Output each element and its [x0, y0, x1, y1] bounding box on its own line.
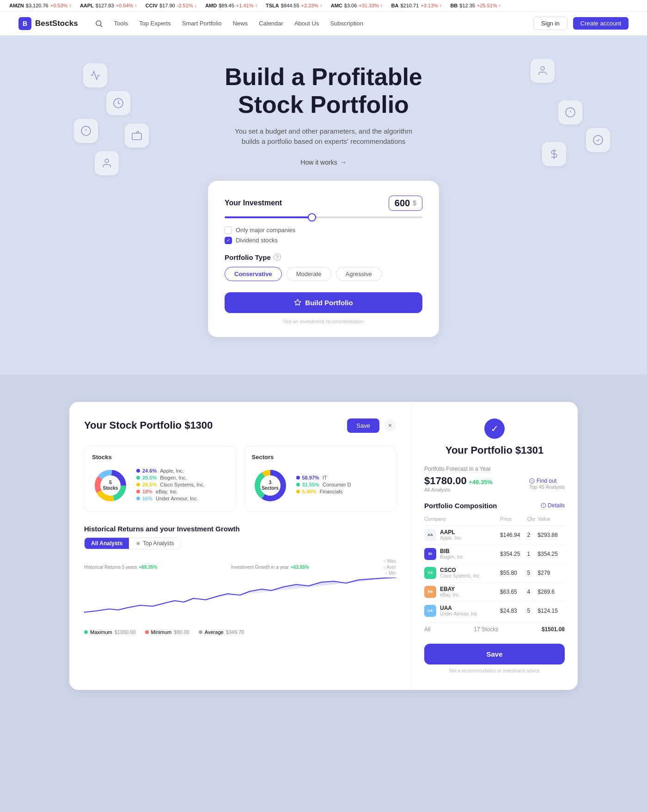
- slider-container[interactable]: [225, 216, 422, 218]
- create-account-button[interactable]: Create account: [573, 17, 629, 30]
- arrow-right-icon: →: [340, 159, 347, 166]
- composition-title: Portfolio Composition: [424, 502, 497, 510]
- ticker-price: $17.90: [159, 3, 175, 8]
- investment-value-box[interactable]: 600 $: [389, 196, 422, 211]
- company-sym: EBAY: [440, 586, 460, 592]
- company-value: $354.25: [538, 544, 565, 563]
- nav-left: B BestStocks Tools Top Experts Smart Por…: [18, 17, 363, 30]
- nav-links: Tools Top Experts Smart Portfolio News C…: [95, 19, 363, 28]
- company-value: $269.6: [538, 582, 565, 601]
- hero-subtitle: You set a budget and other parameters, a…: [226, 126, 421, 147]
- footer-total: $1501.08: [542, 626, 565, 633]
- build-portfolio-button[interactable]: Build Portfolio: [225, 292, 422, 313]
- composition-table: Company Price Qty Value AA AAPL Apple, I…: [424, 516, 565, 620]
- checkbox-dividend[interactable]: ✓: [225, 237, 232, 244]
- type-conservative-button[interactable]: Conservative: [225, 267, 282, 281]
- svg-marker-14: [295, 299, 301, 305]
- save-button-left[interactable]: Save: [347, 418, 379, 433]
- ticker-item: CCIV $17.90 -2.51% ↓: [146, 3, 197, 8]
- stocks-legend: 24.6%Apple, Inc. 20.5%Biogen, Inc. 20.5%…: [136, 468, 205, 503]
- footer-all: All: [424, 626, 430, 633]
- forecast-section: Portfolio Forecast in a Year $1780.00 +4…: [424, 466, 565, 492]
- ticker-sym: BA: [391, 3, 399, 8]
- hist-section: Historical Returns and your Investment G…: [84, 525, 396, 635]
- type-moderate-button[interactable]: Moderate: [287, 267, 331, 281]
- ticker-item: BA $210.71 +3.13% ↑: [391, 3, 442, 8]
- logo[interactable]: B BestStocks: [18, 17, 78, 30]
- ticker-change: -2.51% ↓: [177, 3, 197, 8]
- ticker-sym: AMD: [205, 3, 217, 8]
- signin-button[interactable]: Sign in: [533, 17, 568, 30]
- company-logo: CS: [424, 567, 436, 579]
- forecast-row: $1780.00 +49.35% All Analysts Find out T…: [424, 475, 565, 492]
- help-icon[interactable]: ?: [274, 253, 281, 261]
- close-button[interactable]: ×: [384, 419, 396, 431]
- nav-link-about[interactable]: About Us: [294, 20, 319, 27]
- nav-link-experts[interactable]: Top Experts: [139, 20, 171, 27]
- hist-tab-top[interactable]: Top Analysts: [129, 538, 180, 549]
- company-sym: BIB: [440, 548, 464, 554]
- ticker-item: AMZN $3,120.76 +0.53% ↑: [9, 3, 72, 8]
- company-qty: 5: [527, 601, 537, 620]
- right-disclaimer: Not a recommendation or investment advic…: [424, 668, 565, 673]
- company-price: $146.94: [500, 525, 527, 544]
- col-price: Price: [500, 516, 527, 526]
- svg-point-0: [96, 21, 101, 26]
- ticker-change: +0.53% ↑: [50, 3, 72, 8]
- forecast-label: Portfolio Forecast in a Year: [424, 466, 565, 472]
- company-sym: AAPL: [440, 529, 462, 535]
- results-inner: Your Stock Portfolio $1300 Save × Stocks: [69, 402, 578, 690]
- stocks-donut: 5 Stocks: [92, 467, 129, 504]
- nav-link-tools[interactable]: Tools: [114, 20, 128, 27]
- forecast-sub-right: Top 45 Analysts: [529, 484, 565, 490]
- how-it-works-link[interactable]: How it works →: [300, 159, 346, 166]
- sectors-donut-center: 3 Sectors: [261, 480, 280, 491]
- hist-tab-all[interactable]: All Analysts: [85, 538, 129, 549]
- search-icon[interactable]: [95, 19, 103, 28]
- line-chart: [84, 578, 396, 624]
- forecast-sub-left: All Analysts: [424, 487, 493, 492]
- ticker-change: +0.54% ↑: [116, 3, 137, 8]
- nav-link-subscription[interactable]: Subscription: [330, 20, 363, 27]
- ticker-item: AAPL $127.83 +0.54% ↑: [80, 3, 137, 8]
- ticker-sym: TSLA: [266, 3, 279, 8]
- forecast-value: $1780.00: [424, 475, 467, 486]
- nav-link-news[interactable]: News: [233, 20, 248, 27]
- type-aggressive-button[interactable]: Agressive: [336, 267, 382, 281]
- success-icon: ✓: [484, 418, 505, 439]
- nav-link-calendar[interactable]: Calendar: [259, 20, 283, 27]
- chart-legend: Maximum $1000.00 Minimum $90.00 Average …: [84, 629, 396, 635]
- composition-header: Portfolio Composition Details: [424, 502, 565, 510]
- panel-header: Your Stock Portfolio $1300 Save ×: [84, 418, 396, 433]
- checkbox-row-1[interactable]: Only major companies: [225, 227, 422, 234]
- nav-link-smart[interactable]: Smart Portfolio: [182, 20, 222, 27]
- slider-thumb[interactable]: [308, 213, 316, 221]
- table-row: CS CSCO Cisco Systems, Inc. $55.80 5 $27…: [424, 563, 565, 582]
- sectors-chart-box: Sectors 3 Sectors: [244, 446, 397, 512]
- ticker-price: $12.35: [459, 3, 475, 8]
- checkbox-major[interactable]: [225, 227, 232, 234]
- right-save-button[interactable]: Save: [424, 644, 565, 664]
- slider-track: [225, 216, 422, 218]
- checkbox-row-2[interactable]: ✓ Dividend stocks: [225, 237, 422, 244]
- company-qty: 4: [527, 582, 537, 601]
- ticker-price: $844.55: [281, 3, 299, 8]
- right-title: Your Portfolio $1301: [424, 444, 565, 456]
- portfolio-type-buttons: Conservative Moderate Agressive: [225, 267, 422, 281]
- sectors-chart-title: Sectors: [252, 454, 389, 461]
- ticker-price: $3.06: [344, 3, 357, 8]
- hist-title: Historical Returns and your Investment G…: [84, 525, 396, 533]
- company-sym: UAA: [440, 605, 478, 611]
- details-link[interactable]: Details: [541, 502, 565, 509]
- table-row: AA AAPL Apple, Inc. $146.94 2 $293.88: [424, 525, 565, 544]
- company-full-name: Under Armour, Inc.: [440, 611, 478, 616]
- chart-labels: Historical Returns 5 years +68.35% Inves…: [84, 559, 396, 576]
- stocks-chart-box: Stocks: [84, 446, 237, 512]
- company-qty: 1: [527, 544, 537, 563]
- hist-tabs: All Analysts Top Analysts: [84, 537, 181, 549]
- company-full-name: eBay, Inc.: [440, 592, 460, 597]
- find-out-link[interactable]: Find out: [529, 478, 565, 484]
- company-qty: 2: [527, 525, 537, 544]
- ticker-item: BB $12.35 +25.51% ↑: [450, 3, 501, 8]
- sectors-donut: 3 Sectors: [252, 467, 289, 504]
